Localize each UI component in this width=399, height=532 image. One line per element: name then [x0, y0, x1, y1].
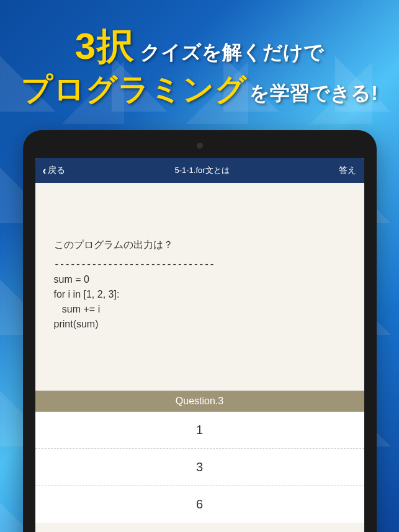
answer-option-2[interactable]: 3 [35, 449, 364, 486]
app-screen: ‹ 戻る 5-1-1.for文とは 答え このプログラムの出力は？ ------… [35, 158, 364, 532]
back-label: 戻る [48, 165, 65, 176]
highlight-text-2: プログラミング [21, 69, 247, 110]
question-prompt: このプログラムの出力は？ [54, 239, 346, 252]
code-block: sum = 0 for i in [1, 2, 3]: sum += i pri… [54, 272, 346, 332]
headline-text-2: を学習できる! [249, 80, 378, 107]
question-panel: このプログラムの出力は？ ---------------------------… [35, 183, 364, 357]
answer-button[interactable]: 答え [339, 165, 356, 176]
answer-options-list: 1 3 6 [35, 412, 364, 523]
code-divider: ------------------------------ [54, 258, 346, 270]
tablet-camera-icon [197, 143, 203, 149]
headline-text-1: クイズを解くだけで [140, 39, 324, 66]
chevron-left-icon: ‹ [43, 164, 47, 177]
page-title: 5-1-1.for文とは [174, 165, 229, 176]
promo-headline: 3択 クイズを解くだけで プログラミング を学習できる! [0, 22, 399, 110]
question-number-bar: Question.3 [35, 391, 364, 412]
headline-line-1: 3択 クイズを解くだけで [0, 22, 399, 72]
highlight-text-1: 3択 [75, 22, 135, 72]
tablet-device-frame: ‹ 戻る 5-1-1.for文とは 答え このプログラムの出力は？ ------… [23, 130, 377, 532]
back-button[interactable]: ‹ 戻る [43, 164, 65, 177]
answer-option-1[interactable]: 1 [35, 412, 364, 449]
headline-line-2: プログラミング を学習できる! [0, 69, 399, 110]
answer-option-3[interactable]: 6 [35, 486, 364, 523]
navigation-bar: ‹ 戻る 5-1-1.for文とは 答え [35, 158, 364, 183]
